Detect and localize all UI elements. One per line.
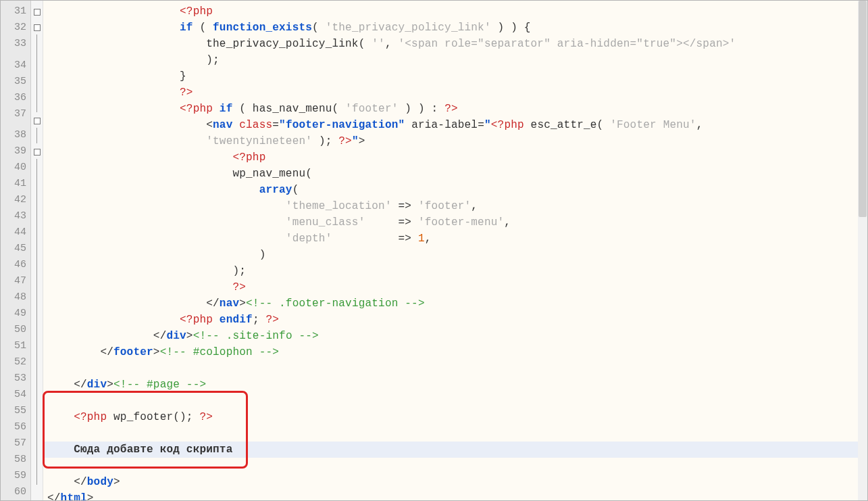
- code-line[interactable]: Сюда добавте код скрипта: [43, 442, 867, 458]
- token: Сюда добавте код скрипта: [74, 444, 232, 456]
- token: </: [47, 379, 87, 391]
- code-line[interactable]: 'depth' => 1,: [43, 231, 867, 247]
- fold-marker[interactable]: [31, 128, 43, 143]
- token: [232, 119, 239, 131]
- fold-marker[interactable]: [31, 469, 43, 485]
- line-number: 41: [1, 176, 26, 192]
- token: </: [47, 492, 61, 500]
- token: >: [186, 330, 193, 342]
- fold-column[interactable]: [31, 1, 43, 500]
- fold-marker[interactable]: [31, 3, 43, 19]
- fold-marker[interactable]: [31, 423, 43, 438]
- fold-marker[interactable]: [31, 237, 43, 252]
- code-line[interactable]: }: [43, 68, 867, 85]
- code-line[interactable]: </nav><!-- .footer-navigation -->: [43, 295, 867, 312]
- code-line[interactable]: if ( function_exists( 'the_privacy_polic…: [43, 20, 867, 36]
- code-line[interactable]: ): [43, 247, 867, 263]
- fold-marker[interactable]: [31, 298, 43, 314]
- fold-marker[interactable]: [31, 81, 43, 97]
- fold-marker[interactable]: [31, 159, 43, 174]
- code-line[interactable]: </html>: [43, 490, 867, 500]
- code-editor[interactable]: 3132333435363738394041424344454647484950…: [0, 0, 868, 501]
- code-line[interactable]: wp_nav_menu(: [43, 166, 867, 182]
- token: ": [352, 135, 359, 147]
- fold-marker[interactable]: [31, 221, 43, 237]
- code-line[interactable]: ?>: [43, 279, 867, 295]
- code-line[interactable]: <nav class="footer-navigation" aria-labe…: [43, 117, 867, 133]
- fold-marker[interactable]: [31, 360, 43, 376]
- code-line[interactable]: </body>: [43, 474, 867, 490]
- fold-marker[interactable]: [31, 97, 43, 112]
- code-area[interactable]: <?php if ( function_exists( 'the_privacy…: [43, 1, 867, 500]
- token: nav: [213, 119, 232, 131]
- code-line[interactable]: </div><!-- #page -->: [43, 377, 867, 393]
- fold-marker[interactable]: [31, 190, 43, 206]
- code-line[interactable]: </div><!-- .site-info -->: [43, 328, 867, 344]
- token: );: [47, 265, 246, 277]
- fold-marker[interactable]: [31, 112, 43, 128]
- code-line[interactable]: 'menu_class' => 'footer-menu',: [43, 214, 867, 231]
- code-line[interactable]: <?php wp_footer(); ?>: [43, 409, 867, 425]
- fold-marker[interactable]: [31, 391, 43, 407]
- token: =>: [365, 216, 417, 229]
- code-line[interactable]: <?php: [43, 149, 867, 166]
- token: html: [61, 492, 87, 500]
- code-lines[interactable]: <?php if ( function_exists( 'the_privacy…: [43, 3, 867, 500]
- vertical-scrollbar[interactable]: [858, 1, 867, 500]
- token: );: [312, 135, 338, 147]
- scroll-thumb[interactable]: [859, 1, 867, 217]
- token: function_exists: [213, 22, 312, 34]
- token: endif: [220, 314, 253, 326]
- code-line[interactable]: the_privacy_policy_link( '', '<span role…: [43, 36, 867, 52]
- fold-marker[interactable]: [31, 314, 43, 329]
- token: [47, 281, 232, 293]
- token: );: [47, 54, 220, 66]
- code-line[interactable]: <?php endif; ?>: [43, 312, 867, 328]
- fold-marker[interactable]: [31, 34, 43, 50]
- code-line[interactable]: [43, 458, 867, 474]
- code-line[interactable]: array(: [43, 182, 867, 198]
- token: [47, 411, 74, 423]
- token: [47, 460, 74, 472]
- line-number: 60: [1, 484, 26, 500]
- token: ,: [696, 119, 703, 131]
- line-number: 47: [1, 273, 26, 289]
- fold-marker[interactable]: [31, 267, 43, 283]
- fold-marker[interactable]: [31, 438, 43, 454]
- code-line[interactable]: [43, 393, 867, 409]
- code-line[interactable]: <?php: [43, 3, 867, 20]
- fold-marker[interactable]: [31, 206, 43, 221]
- fold-marker[interactable]: [31, 66, 43, 81]
- code-line[interactable]: <?php if ( has_nav_menu( 'footer' ) ) : …: [43, 101, 867, 117]
- code-line[interactable]: [43, 360, 867, 377]
- fold-marker[interactable]: [31, 19, 43, 34]
- fold-marker[interactable]: [31, 345, 43, 360]
- fold-marker[interactable]: [31, 485, 43, 500]
- line-number: 56: [1, 419, 26, 435]
- line-number: 59: [1, 468, 26, 484]
- line-number: 42: [1, 192, 26, 208]
- token: the_privacy_policy_link(: [47, 38, 372, 50]
- fold-marker[interactable]: [31, 174, 43, 190]
- fold-marker[interactable]: [31, 50, 43, 66]
- code-line[interactable]: );: [43, 263, 867, 279]
- fold-marker[interactable]: [31, 376, 43, 391]
- token: ) ) {: [491, 22, 531, 34]
- code-line[interactable]: 'twentynineteen' ); ?>">: [43, 133, 867, 149]
- token: [47, 444, 74, 456]
- token: 1: [418, 233, 425, 245]
- code-line[interactable]: );: [43, 52, 867, 68]
- code-line[interactable]: [43, 425, 867, 442]
- fold-marker[interactable]: [31, 329, 43, 345]
- line-number: 52: [1, 354, 26, 371]
- code-line[interactable]: </footer><!-- #colophon -->: [43, 344, 867, 360]
- fold-marker[interactable]: [31, 143, 43, 159]
- code-line[interactable]: ?>: [43, 85, 867, 101]
- fold-marker[interactable]: [31, 454, 43, 469]
- line-number: 37: [1, 106, 26, 122]
- code-line[interactable]: 'theme_location' => 'footer',: [43, 198, 867, 214]
- fold-marker[interactable]: [31, 407, 43, 423]
- fold-marker[interactable]: [31, 252, 43, 268]
- fold-marker[interactable]: [31, 283, 43, 298]
- token: <?php: [180, 5, 213, 18]
